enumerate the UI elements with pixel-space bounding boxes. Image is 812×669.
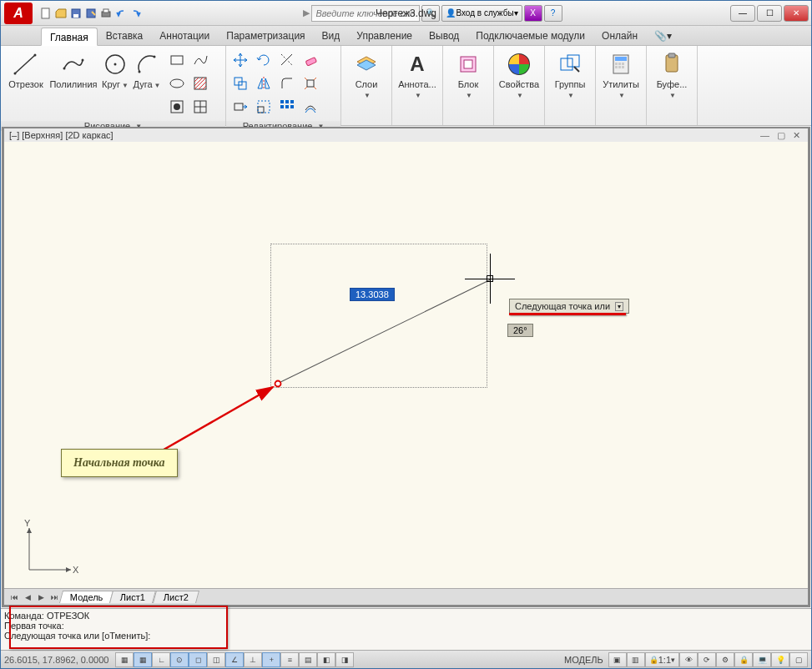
- status-annoadd-icon[interactable]: ⟳: [698, 652, 716, 667]
- move-tool-icon[interactable]: [229, 49, 251, 71]
- maximize-button[interactable]: ☐: [757, 5, 782, 22]
- ellipse-tool-icon[interactable]: [166, 73, 188, 94]
- point-tool-icon[interactable]: [189, 96, 211, 118]
- properties-panel-button[interactable]: Свойства▼: [497, 49, 541, 103]
- tab-manage[interactable]: Управление: [348, 27, 421, 45]
- status-otrack-icon[interactable]: ∠: [225, 652, 244, 667]
- minimize-button[interactable]: —: [730, 5, 755, 22]
- login-button[interactable]: 👤 Вход в службы ▾: [441, 5, 522, 22]
- utilities-panel-button[interactable]: Утилиты▼: [599, 49, 643, 103]
- status-3dosnap-icon[interactable]: ◫: [207, 652, 225, 667]
- tab-online[interactable]: Онлайн: [593, 27, 646, 45]
- binoculars-icon[interactable]: 🔍: [421, 5, 440, 22]
- copy-tool-icon[interactable]: [229, 73, 251, 94]
- rotate-tool-icon[interactable]: [253, 49, 275, 71]
- status-osnap-icon[interactable]: ◻: [189, 652, 207, 667]
- clipboard-panel-button[interactable]: Буфе...▼: [650, 49, 693, 103]
- status-hardware-icon[interactable]: 💻: [753, 652, 771, 667]
- search-input[interactable]: [311, 5, 420, 22]
- scale-tool-icon[interactable]: [253, 96, 275, 118]
- tab-view[interactable]: Вид: [314, 27, 349, 45]
- offset-tool-icon[interactable]: [300, 96, 321, 118]
- svg-rect-49: [615, 66, 618, 68]
- status-dyn-icon[interactable]: +: [262, 652, 280, 667]
- explode-tool-icon[interactable]: [300, 73, 321, 94]
- status-snap-icon[interactable]: ▦: [115, 652, 134, 667]
- status-qp-icon[interactable]: ◧: [317, 652, 335, 667]
- status-annoscale-icon[interactable]: 🔒 1:1▾: [645, 652, 679, 667]
- annotations-panel-button[interactable]: AАннота...▼: [396, 49, 439, 103]
- status-lwt-icon[interactable]: ≡: [280, 652, 299, 667]
- dimension-value: 13.3038: [350, 288, 395, 301]
- sheet-next-icon[interactable]: ▶: [34, 591, 48, 604]
- hatch-tool-icon[interactable]: [189, 73, 211, 94]
- fillet-tool-icon[interactable]: [276, 73, 298, 94]
- sheet-tab-sheet2[interactable]: Лист2: [153, 591, 199, 603]
- svg-point-8: [34, 54, 37, 57]
- status-ws-icon[interactable]: ⚙: [716, 652, 734, 667]
- status-quickview-icon[interactable]: ▥: [627, 652, 645, 667]
- polyline-tool-button[interactable]: Полилиния: [48, 49, 99, 91]
- tab-annotations[interactable]: Аннотации: [151, 27, 218, 45]
- qat-redo-icon[interactable]: [129, 7, 143, 20]
- region-tool-icon[interactable]: [166, 96, 188, 118]
- angle-value: 26°: [507, 324, 533, 337]
- qat-print-icon[interactable]: [99, 7, 113, 20]
- svg-rect-51: [622, 66, 624, 68]
- tab-output[interactable]: Вывод: [421, 27, 467, 45]
- trim-tool-icon[interactable]: [276, 49, 298, 71]
- line-tool-button[interactable]: Отрезок: [4, 49, 48, 91]
- status-ortho-icon[interactable]: ∟: [152, 652, 170, 667]
- array-tool-icon[interactable]: [276, 96, 298, 118]
- erase-tool-icon[interactable]: [300, 49, 321, 71]
- status-ducs-icon[interactable]: ⊥: [244, 652, 262, 667]
- tab-home[interactable]: Главная: [41, 28, 98, 46]
- arc-tool-button[interactable]: Дуга▼: [131, 49, 163, 93]
- status-layout-icon[interactable]: ▣: [608, 652, 627, 667]
- status-clean-icon[interactable]: ▢: [789, 652, 808, 667]
- circle-tool-button[interactable]: Круг▼: [99, 49, 131, 93]
- rectangle-tool-icon[interactable]: [166, 49, 188, 71]
- status-tpy-icon[interactable]: ▤: [299, 652, 317, 667]
- sheet-tab-sheet1[interactable]: Лист1: [109, 591, 156, 603]
- status-isolate-icon[interactable]: 💡: [771, 652, 789, 667]
- svg-rect-40: [464, 60, 472, 68]
- qat-new-icon[interactable]: [39, 7, 53, 20]
- sheet-prev-icon[interactable]: ◀: [21, 591, 34, 604]
- status-sc-icon[interactable]: ◨: [335, 652, 354, 667]
- stretch-tool-icon[interactable]: [229, 96, 251, 118]
- qat-open-icon[interactable]: [54, 7, 68, 20]
- status-model-label[interactable]: МОДЕЛЬ: [559, 655, 608, 665]
- tab-parametrization[interactable]: Параметризация: [218, 27, 313, 45]
- viewport-label[interactable]: [–] [Верхняя] [2D каркас]: [9, 130, 113, 140]
- app-logo-icon[interactable]: A: [4, 3, 33, 24]
- layers-panel-button[interactable]: Слои▼: [345, 49, 388, 103]
- tab-insert[interactable]: Вставка: [98, 27, 152, 45]
- tab-extra-icon[interactable]: 📎▾: [646, 27, 680, 45]
- drawing-canvas[interactable]: 13.3038 Следующая точка или▾ 26° Начальн…: [4, 142, 808, 588]
- spline-tool-icon[interactable]: [189, 49, 211, 71]
- prompt-dropdown-icon[interactable]: ▾: [615, 302, 623, 311]
- mirror-tool-icon[interactable]: [253, 73, 275, 94]
- close-button[interactable]: ✕: [784, 5, 809, 22]
- qat-save-icon[interactable]: [69, 7, 83, 20]
- qat-undo-icon[interactable]: [114, 7, 128, 20]
- tab-plugins[interactable]: Подключаемые модули: [467, 27, 593, 45]
- groups-panel-button[interactable]: Группы▼: [548, 49, 592, 103]
- status-grid-icon[interactable]: ▦: [134, 652, 152, 667]
- search-play-icon[interactable]: ▶: [303, 8, 310, 18]
- status-toolbar-icon[interactable]: 🔒: [734, 652, 753, 667]
- exchange-icon[interactable]: X: [524, 5, 542, 22]
- sheet-first-icon[interactable]: ⏮: [8, 591, 21, 604]
- command-window[interactable]: Команда: ОТРЕЗОК Первая точка: Следующая…: [1, 608, 811, 650]
- status-coordinates[interactable]: 26.6015, 17.8962, 0.0000: [4, 655, 108, 665]
- help-icon[interactable]: ?: [544, 5, 562, 22]
- status-annovis-icon[interactable]: 👁: [679, 652, 698, 667]
- qat-saveas-icon[interactable]: [84, 7, 98, 20]
- sheet-tab-model[interactable]: Модель: [59, 591, 114, 603]
- svg-rect-46: [615, 63, 618, 65]
- viewport-controls[interactable]: — ▢ ✕: [760, 130, 803, 141]
- svg-rect-30: [235, 103, 243, 110]
- status-polar-icon[interactable]: ⊙: [170, 652, 189, 667]
- block-panel-button[interactable]: Блок▼: [446, 49, 490, 103]
